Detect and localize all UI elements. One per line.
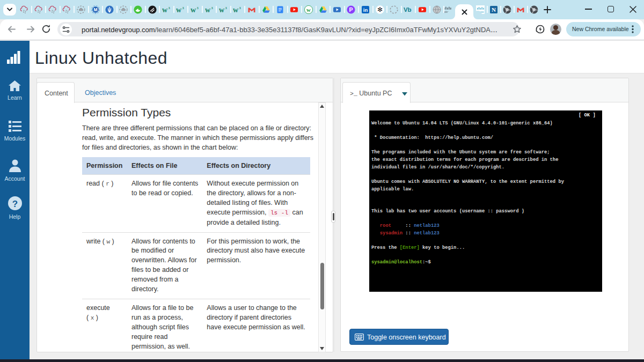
svg-text:w: w [191, 6, 196, 14]
svg-text:w: w [219, 6, 225, 14]
svg-text:N: N [492, 6, 496, 13]
svg-text:w: w [306, 6, 311, 13]
svg-text:w: w [176, 6, 182, 14]
svg-text:w: w [233, 6, 239, 14]
svg-text:?: ? [12, 199, 17, 209]
svg-text:3: 3 [182, 6, 185, 10]
svg-text:3: 3 [225, 6, 228, 10]
svg-text:b: b [408, 6, 412, 13]
svg-text:3: 3 [211, 6, 214, 10]
svg-text:✻: ✻ [377, 6, 383, 13]
svg-text:P: P [349, 6, 353, 13]
svg-text:in: in [363, 7, 368, 13]
svg-text:3: 3 [169, 6, 171, 10]
svg-text:w: w [162, 6, 168, 14]
svg-text:M: M [93, 7, 97, 12]
svg-text:w: w [205, 6, 211, 14]
svg-text:3: 3 [197, 6, 199, 10]
svg-text:3: 3 [239, 6, 241, 10]
